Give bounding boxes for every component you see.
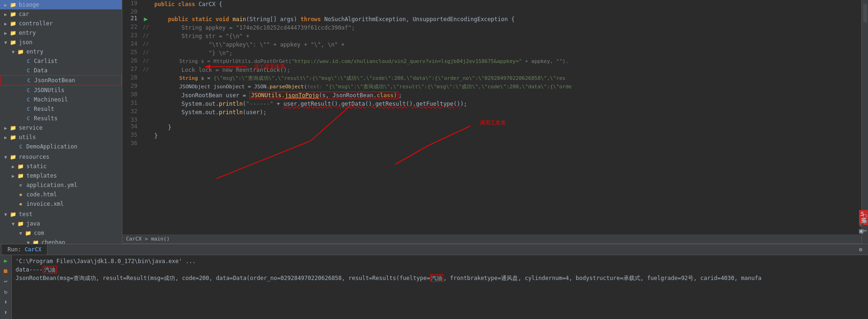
line-gutter	[141, 108, 151, 117]
sidebar-item-application-yml[interactable]: ▶ ⚙ application.yml	[0, 180, 122, 190]
sidebar-item-utils[interactable]: ▶ 📁 utils	[0, 132, 122, 142]
run-toolbar: ▶ ⏹ ↩ ↻ ⬇ ⬆	[0, 255, 12, 319]
sidebar-item-label: Result	[34, 106, 54, 112]
line-number: 35	[122, 132, 141, 140]
code-table: 19 public class CarCX { 20 21 ▶ public s…	[122, 0, 861, 147]
arrow-icon: ▼	[9, 49, 17, 54]
sidebar-item-entry[interactable]: ▶ 📁 entry	[0, 28, 122, 38]
run-button[interactable]: ▶	[144, 15, 148, 23]
run-tab[interactable]: Run: CarCX	[2, 244, 48, 255]
code-content: }	[151, 123, 861, 132]
line-gutter	[141, 140, 151, 147]
java-icon: C	[17, 143, 24, 150]
code-content: System.out.println(user);	[151, 108, 861, 117]
sidebar-item-machineoil[interactable]: ▶ C Machineoil	[0, 95, 122, 104]
line-gutter	[141, 132, 151, 140]
code-line-22: 22 // String appkey = "174e26c10252cd444…	[122, 23, 861, 32]
folder-icon: 📁	[9, 29, 17, 37]
arrow-icon: ▶	[2, 125, 9, 131]
folder-icon: 📁	[9, 39, 17, 46]
yaml-icon: ⚙	[17, 181, 24, 189]
line-number: 34	[122, 123, 141, 132]
stop-btn[interactable]: ⏹	[1, 266, 10, 276]
line-number: 27	[122, 66, 141, 74]
sidebar-item-result[interactable]: ▶ C Result	[0, 104, 122, 114]
sidebar-item-label: Carlist	[34, 58, 58, 64]
editor-content[interactable]: 19 public class CarCX { 20 21 ▶ public s…	[122, 0, 861, 234]
sidebar-item-biaoge[interactable]: ▶ 📁 biaoge	[0, 0, 122, 9]
folder-icon: 📁	[17, 172, 24, 179]
sidebar-item-chenhao[interactable]: ▼ 📁 chenhao	[0, 238, 122, 244]
editor-area: 19 public class CarCX { 20 21 ▶ public s…	[122, 0, 861, 244]
sidebar-item-label: entry	[26, 48, 43, 55]
sidebar-item-resources[interactable]: ▼ 📁 resources	[0, 152, 122, 162]
sidebar-item-data[interactable]: ▶ C Data	[0, 66, 122, 75]
sidebar-item-label: templates	[26, 172, 57, 179]
refresh-btn[interactable]: ↻	[1, 287, 10, 296]
xml-icon: ◉	[17, 200, 24, 208]
sidebar-item-com[interactable]: ▼ 📁 com	[0, 228, 122, 238]
sidebar-item-jsonutils[interactable]: ▶ C JSONUtils	[0, 86, 122, 95]
line-gutter: ▶	[141, 15, 151, 23]
run-area: ▶ ⏹ ↩ ↻ ⬇ ⬆ 'C:\Program Files\Java\jdk1.…	[0, 255, 868, 319]
sidebar-item-jsonrootbean[interactable]: ▶ C JsonRootBean	[0, 75, 122, 86]
code-line-30: 30 JsonRootBean user = JSONUtils.jsonToP…	[122, 91, 861, 100]
toolbar-icons[interactable]: ·○🎤▣✂	[859, 212, 867, 234]
down-btn[interactable]: ⬇	[1, 297, 10, 307]
sidebar: ▶ 📁 biaoge ▶ 📁 car ▶ 📁 controller ▶ 📁 en…	[0, 0, 122, 244]
sidebar-item-demoapplication[interactable]: ▶ C DemoApplication	[0, 142, 122, 151]
sidebar-item-label: com	[34, 230, 44, 236]
sidebar-item-json[interactable]: ▼ 📁 json	[0, 38, 122, 47]
sidebar-item-templates[interactable]: ▶ 📁 templates	[0, 171, 122, 180]
line-gutter: //	[141, 40, 151, 49]
code-line-36: 36	[122, 140, 861, 147]
folder-icon: 📁	[17, 220, 24, 227]
folder-icon: 📁	[17, 48, 24, 55]
code-line-27: 27 // Lock lock = new ReentrantLock();	[122, 66, 861, 74]
sidebar-item-label: chenhao	[41, 239, 65, 244]
line-gutter	[141, 123, 151, 132]
up-btn[interactable]: ⬆	[1, 308, 10, 317]
bottom-panel: Run: CarCX ⚙ ▶ ⏹ ↩ ↻ ⬇ ⬆ 'C:\Program Fil…	[0, 244, 868, 319]
sidebar-item-car[interactable]: ▶ 📁 car	[0, 9, 122, 19]
sidebar-item-controller[interactable]: ▶ 📁 controller	[0, 19, 122, 28]
run-btn[interactable]: ▶	[1, 256, 10, 265]
main-area: ▶ 📁 biaoge ▶ 📁 car ▶ 📁 controller ▶ 📁 en…	[0, 0, 868, 244]
sidebar-item-results[interactable]: ▶ C Results	[0, 114, 122, 123]
arrow-icon: ▼	[2, 155, 9, 160]
sidebar-item-carlist[interactable]: ▶ C Carlist	[0, 56, 122, 66]
sidebar-item-static[interactable]: ▶ 📁 static	[0, 162, 122, 171]
settings-button[interactable]: ⚙	[855, 245, 866, 254]
code-content: JSONObject jsonObject = JSON.parseObject…	[151, 83, 861, 91]
sidebar-item-java[interactable]: ▼ 📁 java	[0, 219, 122, 228]
line-gutter: //	[141, 66, 151, 74]
line-number: 29	[122, 83, 141, 91]
output-line-2: data----汽油	[16, 265, 864, 274]
code-line-20: 20	[122, 8, 861, 15]
line-gutter	[141, 117, 151, 123]
editor-scrollbar[interactable]: S英 ·○🎤▣✂	[861, 0, 868, 244]
run-output[interactable]: 'C:\Program Files\Java\jdk1.8.0_172\bin\…	[12, 255, 868, 319]
sidebar-item-label: invoice.xml	[26, 201, 64, 207]
rerun-btn[interactable]: ↩	[1, 277, 10, 286]
sidebar-item-label: Machineoil	[34, 96, 68, 103]
run-label: Run:	[8, 246, 24, 253]
line-number: 25	[122, 49, 141, 57]
output-line-1: 'C:\Program Files\Java\jdk1.8.0_172\bin\…	[16, 257, 864, 265]
line-number: 24	[122, 40, 141, 49]
line-number: 36	[122, 140, 141, 147]
sidebar-item-entry2[interactable]: ▼ 📁 entry	[0, 47, 122, 56]
line-number: 22	[122, 23, 141, 32]
sidebar-item-service[interactable]: ▶ 📁 service	[0, 123, 122, 132]
sidebar-item-code-html[interactable]: ▶ ◉ code.html	[0, 190, 122, 199]
line-number: 20	[122, 8, 141, 15]
arrow-icon: ▶	[9, 164, 17, 169]
util-arrow2	[395, 146, 428, 164]
sidebar-item-test[interactable]: ▼ 📁 test	[0, 210, 122, 219]
line-gutter: //	[141, 49, 151, 57]
sidebar-item-invoice-xml[interactable]: ▶ ◉ invoice.xml	[0, 199, 122, 209]
code-content: String str = "{\n" +	[151, 32, 861, 40]
sidebar-item-label: car	[19, 11, 29, 17]
folder-icon: 📁	[9, 10, 17, 18]
folder-icon: 📁	[9, 20, 17, 27]
